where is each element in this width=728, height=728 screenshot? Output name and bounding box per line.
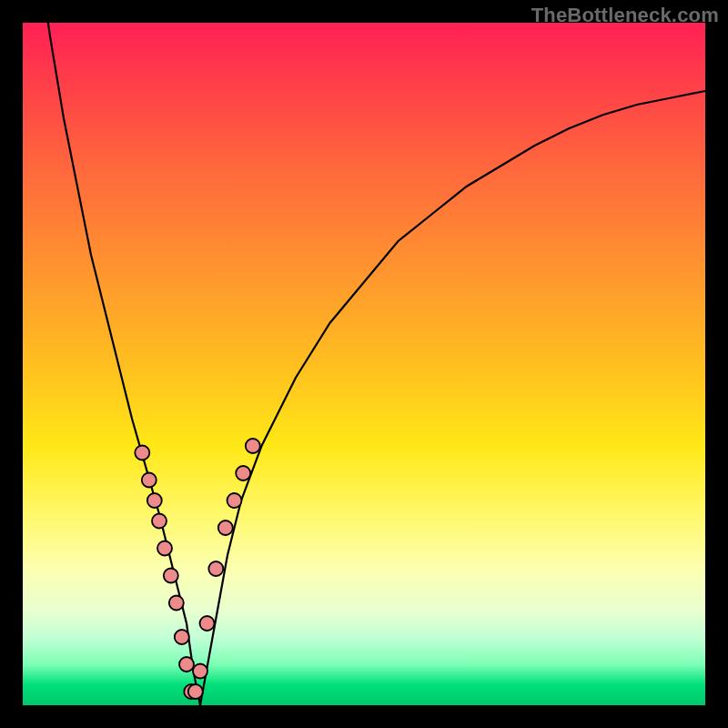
bead-marker [218,521,233,535]
bead-marker [142,473,157,488]
bead-marker [147,493,162,508]
bead-marker [169,596,184,611]
watermark-text: TheBottleneck.com [531,4,719,27]
curve-group [23,23,705,705]
chart-frame: TheBottleneck.com [0,0,728,728]
plot-area [23,23,705,705]
beads-group [135,439,259,699]
bead-marker [152,514,167,529]
bead-marker [175,630,189,644]
bead-marker [164,569,178,583]
bead-marker [193,664,207,679]
bead-marker [179,657,194,672]
bead-marker [188,684,203,699]
bottleneck-curve [23,23,705,705]
bead-marker [200,616,215,631]
bead-marker [135,446,149,460]
bead-marker [157,541,172,556]
bead-marker [208,561,223,576]
bead-marker [236,466,250,480]
bead-marker [228,493,242,508]
chart-svg [23,23,705,705]
bead-marker [246,439,260,453]
